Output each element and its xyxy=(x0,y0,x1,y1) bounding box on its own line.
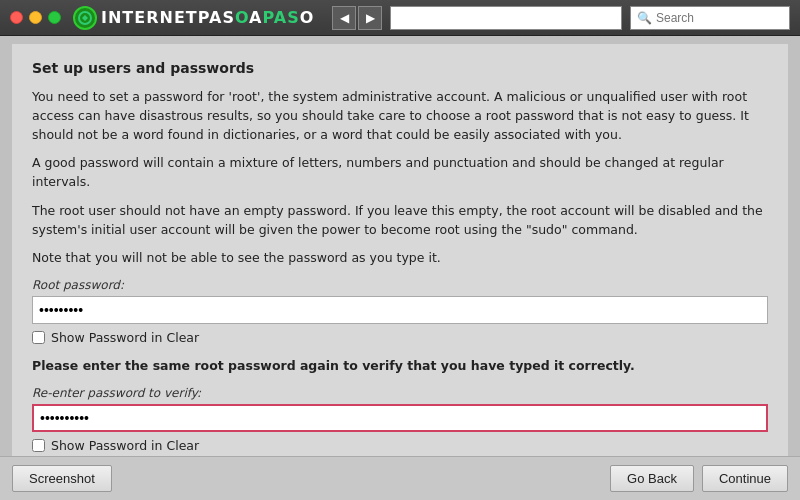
description-para3: The root user should not have an empty p… xyxy=(32,202,768,240)
reenter-password-input[interactable] xyxy=(32,404,768,432)
title-bar: INTERNETPASOAPASO ◀ ▶ 🔍 xyxy=(0,0,800,36)
show-password-label-1: Show Password in Clear xyxy=(51,330,199,345)
page-title: Set up users and passwords xyxy=(32,60,768,76)
forward-nav-button[interactable]: ▶ xyxy=(358,6,382,30)
maximize-button[interactable] xyxy=(48,11,61,24)
address-bar[interactable] xyxy=(390,6,622,30)
root-password-label: Root password: xyxy=(32,278,768,292)
bottom-left-actions: Screenshot xyxy=(12,465,112,492)
continue-button[interactable]: Continue xyxy=(702,465,788,492)
nav-buttons: ◀ ▶ xyxy=(332,6,382,30)
bottom-right-actions: Go Back Continue xyxy=(610,465,788,492)
description-para2: A good password will contain a mixture o… xyxy=(32,154,768,192)
description-para4: Note that you will not be able to see th… xyxy=(32,249,768,268)
root-password-input[interactable] xyxy=(32,296,768,324)
screenshot-button[interactable]: Screenshot xyxy=(12,465,112,492)
show-password-row-2: Show Password in Clear xyxy=(32,438,768,453)
show-password-checkbox-1[interactable] xyxy=(32,331,45,344)
traffic-lights xyxy=(10,11,61,24)
logo-text: INTERNETPASOAPASO xyxy=(101,8,314,27)
search-bar-container: 🔍 xyxy=(630,6,790,30)
search-icon: 🔍 xyxy=(637,11,652,25)
minimize-button[interactable] xyxy=(29,11,42,24)
go-back-button[interactable]: Go Back xyxy=(610,465,694,492)
bottom-bar: Screenshot Go Back Continue xyxy=(0,456,800,500)
description-para1: You need to set a password for 'root', t… xyxy=(32,88,768,144)
search-input[interactable] xyxy=(656,11,786,25)
back-nav-button[interactable]: ◀ xyxy=(332,6,356,30)
logo: INTERNETPASOAPASO xyxy=(73,6,314,30)
logo-circle xyxy=(73,6,97,30)
verify-bold-text: Please enter the same root password agai… xyxy=(32,357,768,376)
show-password-checkbox-2[interactable] xyxy=(32,439,45,452)
reenter-password-label: Re-enter password to verify: xyxy=(32,386,768,400)
main-content: Set up users and passwords You need to s… xyxy=(12,44,788,496)
show-password-row-1: Show Password in Clear xyxy=(32,330,768,345)
close-button[interactable] xyxy=(10,11,23,24)
show-password-label-2: Show Password in Clear xyxy=(51,438,199,453)
